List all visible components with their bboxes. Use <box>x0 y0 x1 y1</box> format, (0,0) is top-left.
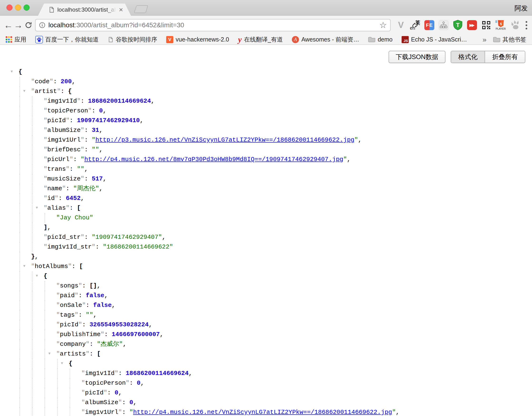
close-window-button[interactable] <box>6 4 13 11</box>
indent-guide <box>32 223 32 232</box>
indent-guide <box>45 281 45 291</box>
download-json-button[interactable]: 下载JSON数据 <box>389 51 446 63</box>
json-line: ▼"artist": { <box>0 87 532 96</box>
address-bar[interactable]: localhost:3000/artist_album?id=6452&limi… <box>35 19 391 31</box>
profile-name[interactable]: 阿发 <box>514 4 528 13</box>
json-key: tags <box>60 311 75 319</box>
format-button[interactable]: 格式化 <box>451 51 485 63</box>
forward-button[interactable]: → <box>13 21 23 30</box>
page-info-icon[interactable] <box>39 22 46 29</box>
indent-guide <box>32 281 32 291</box>
view-mode-group: 格式化 折叠所有 <box>451 51 525 63</box>
json-url-link[interactable]: http://p4.music.126.net/8mv7qP30Pd3oHW8b… <box>84 156 343 163</box>
json-line: "picId": 3265549553028224, <box>0 320 532 330</box>
shield-extension-icon[interactable]: T <box>452 19 463 31</box>
json-line: }, <box>0 252 532 261</box>
svg-text:5: 5 <box>500 22 502 26</box>
json-line: "albumSize": 0, <box>0 398 532 407</box>
indent-guide <box>19 398 20 407</box>
json-line: "company": "杰威尔", <box>0 339 532 349</box>
json-line: ▼{ <box>0 271 532 281</box>
json-key: publishTime <box>60 331 101 338</box>
json-value-string: 杰威尔 <box>101 341 119 348</box>
url-host: localhost <box>48 21 75 29</box>
url-text[interactable]: localhost:3000/artist_album?id=6452&limi… <box>48 21 184 29</box>
indent-guide <box>32 96 32 106</box>
json-value-number: 1466697600007 <box>112 331 160 338</box>
indent-guide <box>32 213 32 223</box>
json-line: ▼"artists": [ <box>0 349 532 359</box>
json-value-number: 0 <box>129 399 133 406</box>
json-line: "tags": "", <box>0 310 532 320</box>
indent-guide <box>19 291 20 300</box>
bookmark-baidu[interactable]: 百度一下，你就知道 <box>35 36 99 43</box>
collapse-toggle-icon[interactable]: ▼ <box>23 264 25 268</box>
bookmark-demo-folder[interactable]: demo <box>368 36 393 43</box>
indent-guide <box>45 368 45 378</box>
json-key: topicPerson <box>48 107 88 114</box>
json-line: "topicPerson": 0, <box>0 106 532 116</box>
json-line: "img1v1Id_str": "18686200114669622" <box>0 242 532 252</box>
back-button[interactable]: ← <box>3 21 13 30</box>
json-value-number: false <box>86 292 104 299</box>
bookmark-youdao[interactable]: y 在线翻译_有道 <box>238 36 283 44</box>
collapse-toggle-icon[interactable]: ▼ <box>48 352 50 356</box>
collapse-toggle-icon[interactable]: ▼ <box>23 89 25 93</box>
qr-code-extension-icon[interactable] <box>481 19 492 31</box>
indent-guide <box>45 398 45 407</box>
json-line: "briefDesc": "", <box>0 145 532 155</box>
collapse-toggle-icon[interactable]: ▼ <box>11 70 13 74</box>
zoom-window-button[interactable] <box>23 4 30 11</box>
minimize-window-button[interactable] <box>15 4 21 11</box>
json-line: "img1v1Id": 18686200114669624, <box>0 368 532 378</box>
translate-extension-icon[interactable]: 英 en <box>410 19 421 31</box>
json-value-number: 18686200114669624 <box>126 370 189 377</box>
tab-close-icon[interactable]: × <box>119 6 123 13</box>
sitemap-extension-icon[interactable] <box>438 19 449 31</box>
paw-extension-icon[interactable] <box>510 19 521 31</box>
bookmarks-overflow-icon[interactable]: » <box>483 36 486 44</box>
fe-extension-icon[interactable]: FE <box>424 19 435 31</box>
new-tab-button[interactable] <box>134 5 148 13</box>
page-content: 下载JSON数据 格式化 折叠所有 ▼{"code": 200,▼"artist… <box>0 45 532 416</box>
bookmark-awesomes[interactable]: A Awesomes - 前端资… <box>292 36 359 43</box>
html5-player-extension-icon[interactable]: s 5 PLAYER <box>495 19 506 31</box>
indent-guide <box>19 145 20 155</box>
json-actions: 下载JSON数据 格式化 折叠所有 <box>0 50 532 63</box>
bookmark-star-icon[interactable]: ☆ <box>379 21 387 29</box>
browser-menu-button[interactable] <box>524 21 529 29</box>
json-url-link[interactable]: http://p4.music.126.net/VnZiScyynLG7atLI… <box>133 409 392 416</box>
reload-button[interactable] <box>23 21 34 29</box>
json-key: musicSize <box>48 175 81 182</box>
bookmark-apps[interactable]: 应用 <box>6 36 26 43</box>
json-line: "picUrl": "http://p4.music.126.net/8mv7q… <box>0 155 532 164</box>
indent-guide <box>19 193 20 203</box>
indent-guide <box>45 407 45 416</box>
collapse-all-button[interactable]: 折叠所有 <box>485 51 525 63</box>
indent-guide <box>19 339 20 349</box>
browser-tab[interactable]: localhost:3000/artist_album?id × <box>38 4 131 16</box>
collapse-toggle-icon[interactable]: ▼ <box>36 274 38 278</box>
json-line: "onSale": false, <box>0 300 532 310</box>
json-line: "picId_str": "19097417462929407", <box>0 232 532 242</box>
json-value-number: 517 <box>92 175 103 182</box>
json-url-link[interactable]: http://p3.music.126.net/VnZiScyynLG7atLI… <box>95 136 354 144</box>
indent-guide <box>70 378 70 388</box>
sitemap-icon <box>439 20 448 30</box>
bookmark-echojs[interactable]: JS Echo JS - JavaScri… <box>402 36 467 43</box>
bookmark-google-sort[interactable]: 谷歌按时间排序 <box>108 36 157 43</box>
json-value-number: 0 <box>114 389 118 396</box>
folder-icon <box>368 37 375 43</box>
vue-devtools-extension-icon[interactable]: V <box>395 19 406 31</box>
indent-guide <box>45 213 45 223</box>
json-line: "picId": 0, <box>0 388 532 398</box>
video-speed-extension-icon[interactable]: ▶▶ <box>466 19 477 31</box>
collapse-toggle-icon[interactable]: ▼ <box>36 206 38 210</box>
other-bookmarks-folder[interactable]: 其他书签 <box>493 36 526 43</box>
indent-guide <box>19 184 20 193</box>
indent-guide <box>32 349 32 359</box>
json-value-number: 0 <box>99 107 103 114</box>
bookmark-vue-hackernews[interactable]: V vue-hackernews-2.0 <box>166 36 229 43</box>
indent-guide <box>57 407 58 416</box>
collapse-toggle-icon[interactable]: ▼ <box>61 362 63 365</box>
